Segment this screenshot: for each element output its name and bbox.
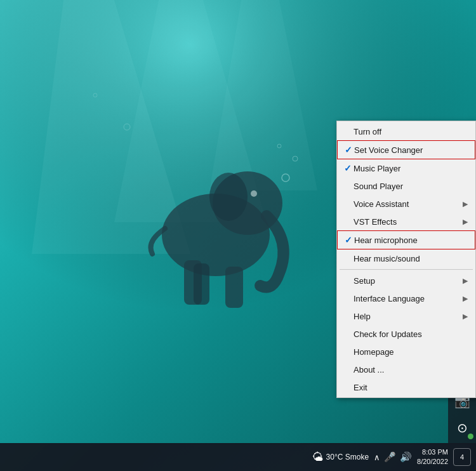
hear-music-label: Hear music/sound	[354, 254, 468, 263]
voice-assistant-arrow: ▶	[463, 200, 468, 208]
help-arrow: ▶	[463, 312, 468, 321]
system-tray: ∧ 🎤 🔊	[374, 451, 412, 463]
help-label: Help	[354, 312, 460, 321]
context-menu: Turn off ✓ Set Voice Changer ✓ Music Pla…	[336, 121, 476, 398]
menu-item-turn-off[interactable]: Turn off	[337, 123, 475, 140]
check-updates-label: Check for Updates	[354, 329, 468, 339]
set-voice-changer-check: ✓	[343, 145, 354, 155]
setup-label: Setup	[354, 276, 460, 286]
menu-item-check-updates[interactable]: Check for Updates	[337, 325, 475, 343]
clock[interactable]: 8:03 PM 8/20/2022	[417, 448, 448, 467]
about-label: About ...	[354, 365, 468, 375]
menu-item-sound-player[interactable]: Sound Player	[337, 177, 475, 195]
record-taskbar-icon[interactable]: ⊙	[449, 415, 475, 441]
clock-time: 8:03 PM	[422, 448, 448, 457]
interface-language-label: Interface Language	[354, 294, 460, 303]
taskbar: 🌤 30°C Smoke ∧ 🎤 🔊 8:03 PM 8/20/2022 4	[0, 443, 476, 471]
tray-chevron[interactable]: ∧	[374, 453, 380, 462]
menu-item-homepage[interactable]: Homepage	[337, 343, 475, 361]
menu-item-setup[interactable]: Setup ▶	[337, 272, 475, 289]
weather-text: 30°C Smoke	[326, 453, 369, 461]
vst-effects-label: VST Effects	[354, 217, 460, 227]
tray-mic-icon[interactable]: 🎤	[384, 451, 396, 463]
hear-microphone-check: ✓	[343, 235, 354, 245]
svg-rect-9	[194, 263, 209, 305]
separator-1	[340, 269, 473, 270]
set-voice-changer-label: Set Voice Changer	[354, 145, 467, 155]
weather-icon: 🌤	[312, 451, 324, 464]
menu-item-help[interactable]: Help ▶	[337, 307, 475, 325]
notification-badge[interactable]: 4	[453, 448, 471, 466]
menu-item-about[interactable]: About ...	[337, 361, 475, 378]
music-player-label: Music Player	[354, 164, 468, 173]
turn-off-label: Turn off	[354, 127, 468, 136]
menu-item-hear-music-sound[interactable]: Hear music/sound	[337, 249, 475, 267]
vst-effects-arrow: ▶	[463, 218, 468, 226]
homepage-label: Homepage	[354, 347, 468, 357]
menu-item-set-voice-changer[interactable]: ✓ Set Voice Changer	[337, 140, 475, 159]
music-player-check: ✓	[342, 163, 354, 173]
svg-point-10	[209, 173, 248, 221]
exit-label: Exit	[354, 383, 468, 392]
menu-item-music-player[interactable]: ✓ Music Player	[337, 159, 475, 177]
menu-item-vst-effects[interactable]: VST Effects ▶	[337, 213, 475, 230]
clock-date: 8/20/2022	[417, 457, 448, 467]
taskbar-right: 🌤 30°C Smoke ∧ 🎤 🔊 8:03 PM 8/20/2022 4	[312, 448, 471, 467]
menu-item-exit[interactable]: Exit	[337, 378, 475, 396]
menu-item-hear-microphone[interactable]: ✓ Hear microphone	[337, 230, 475, 249]
svg-rect-8	[225, 267, 243, 308]
hear-microphone-label: Hear microphone	[354, 236, 467, 245]
tray-speaker-icon[interactable]: 🔊	[400, 451, 412, 463]
sound-player-label: Sound Player	[354, 182, 468, 191]
menu-item-voice-assistant[interactable]: Voice Assistant ▶	[337, 195, 475, 213]
notification-count: 4	[460, 453, 464, 461]
interface-language-arrow: ▶	[463, 295, 468, 303]
weather-info: 🌤 30°C Smoke	[312, 451, 369, 464]
menu-item-interface-language[interactable]: Interface Language ▶	[337, 289, 475, 307]
svg-point-11	[251, 190, 257, 197]
voice-assistant-label: Voice Assistant	[354, 199, 460, 209]
setup-arrow: ▶	[463, 277, 468, 285]
